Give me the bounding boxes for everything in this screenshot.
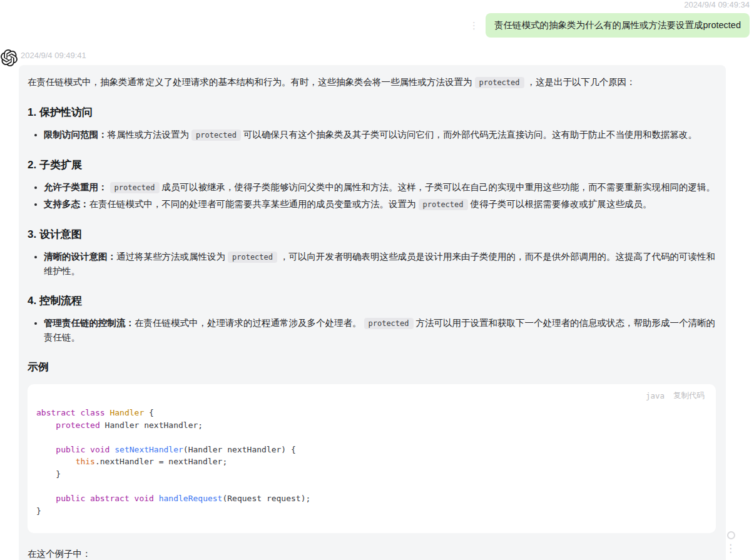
section-heading: 1. 保护性访问	[28, 105, 716, 120]
text: 通过将某些方法或属性设为	[116, 252, 225, 262]
section-heading: 4. 控制流程	[28, 293, 716, 308]
more-vertical-icon[interactable]: ⋮	[725, 543, 736, 554]
intro-paragraph: 在责任链模式中，抽象类通常定义了处理请求的基本结构和行为。有时，这些抽象类会将一…	[28, 75, 716, 89]
text: 将属性或方法设置为	[108, 130, 190, 140]
bold-text: 管理责任链的控制流：	[44, 318, 135, 328]
text: 在责任链模式中，抽象类通常定义了处理请求的基本结构和行为。有时，这些抽象类会将一…	[28, 77, 472, 87]
section-list: 管理责任链的控制流：在责任链模式中，处理请求的过程通常涉及多个处理者。prote…	[28, 316, 716, 344]
list-item: 清晰的设计意图：通过将某些方法或属性设为protected，可以向开发者明确表明…	[44, 250, 716, 278]
user-timestamp: 2024/9/4 09:49:34	[469, 0, 750, 9]
text: 可以确保只有这个抽象类及其子类可以访问它们，而外部代码无法直接访问。这有助于防止…	[243, 130, 697, 140]
user-message-bubble: 责任链模式的抽象类为什么有的属性或方法要设置成protected	[486, 13, 750, 38]
code-line: }	[36, 505, 705, 517]
copy-code-button[interactable]: 复制代码	[673, 390, 705, 401]
assistant-timestamp: 2024/9/4 09:49:41	[21, 51, 86, 60]
code-line: public abstract void handleRequest(Reque…	[36, 492, 705, 505]
text: 在责任链模式中，不同的处理者可能需要共享某些通用的成员变量或方法。设置为	[89, 199, 416, 209]
user-message-block: 2024/9/4 09:49:34 ⋮ 责任链模式的抽象类为什么有的属性或方法要…	[469, 0, 750, 38]
scroll-indicator-icon[interactable]	[727, 531, 735, 539]
inline-code: protected	[110, 182, 160, 193]
code-line	[36, 431, 705, 444]
inline-code: protected	[364, 318, 414, 329]
list-item: 支持多态：在责任链模式中，不同的处理者可能需要共享某些通用的成员变量或方法。设置…	[44, 197, 716, 211]
section-list: 允许子类重用：protected成员可以被继承，使得子类能够访问父类中的属性和方…	[28, 180, 716, 211]
more-vertical-icon[interactable]: ⋮	[469, 21, 479, 30]
code-line: }	[36, 468, 705, 481]
section-list: 限制访问范围：将属性或方法设置为protected可以确保只有这个抽象类及其子类…	[28, 128, 716, 142]
inline-code: protected	[191, 130, 241, 141]
inline-code: protected	[228, 252, 277, 263]
text: 成员可以被继承，使得子类能够访问父类中的属性和方法。这样，子类可以在自己的实现中…	[162, 182, 716, 192]
code-block-header: java 复制代码	[28, 384, 716, 400]
text: 在责任链模式中，处理请求的过程通常涉及多个处理者。	[135, 318, 362, 328]
bold-text: 允许子类重用：	[44, 182, 108, 192]
bold-text: 限制访问范围：	[44, 130, 108, 140]
list-item: 允许子类重用：protected成员可以被继承，使得子类能够访问父类中的属性和方…	[44, 180, 716, 195]
example-intro-paragraph: 在这个例子中：	[28, 547, 716, 560]
code-content: abstract class Handler { protected Handl…	[28, 400, 716, 533]
code-language-label: java	[646, 391, 665, 400]
list-item: 管理责任链的控制流：在责任链模式中，处理请求的过程通常涉及多个处理者。prote…	[44, 316, 716, 344]
sections: 1. 保护性访问限制访问范围：将属性或方法设置为protected可以确保只有这…	[28, 105, 716, 344]
bold-text: 支持多态：	[44, 199, 89, 209]
code-line: public void setNextHandler(Handler nextH…	[36, 444, 705, 456]
code-block: java 复制代码 abstract class Handler { prote…	[28, 384, 716, 533]
code-line: protected Handler nextHandler;	[36, 419, 705, 432]
inline-code: protected	[475, 77, 524, 88]
inline-code: protected	[419, 199, 468, 210]
example-heading: 示例	[28, 360, 716, 374]
code-line	[36, 481, 705, 493]
text: ，这是出于以下几个原因：	[527, 77, 636, 87]
code-line: abstract class Handler {	[36, 407, 705, 419]
text: 使得子类可以根据需要修改或扩展这些成员。	[471, 199, 652, 209]
section-list: 清晰的设计意图：通过将某些方法或属性设为protected，可以向开发者明确表明…	[28, 250, 716, 278]
code-line: this.nextHandler = nextHandler;	[36, 456, 705, 468]
assistant-message-panel: 在责任链模式中，抽象类通常定义了处理请求的基本结构和行为。有时，这些抽象类会将一…	[19, 65, 726, 560]
section-heading: 2. 子类扩展	[28, 158, 716, 172]
section-heading: 3. 设计意图	[28, 227, 716, 242]
openai-logo-icon	[1, 49, 18, 66]
bold-text: 清晰的设计意图：	[44, 252, 116, 262]
list-item: 限制访问范围：将属性或方法设置为protected可以确保只有这个抽象类及其子类…	[44, 128, 716, 142]
